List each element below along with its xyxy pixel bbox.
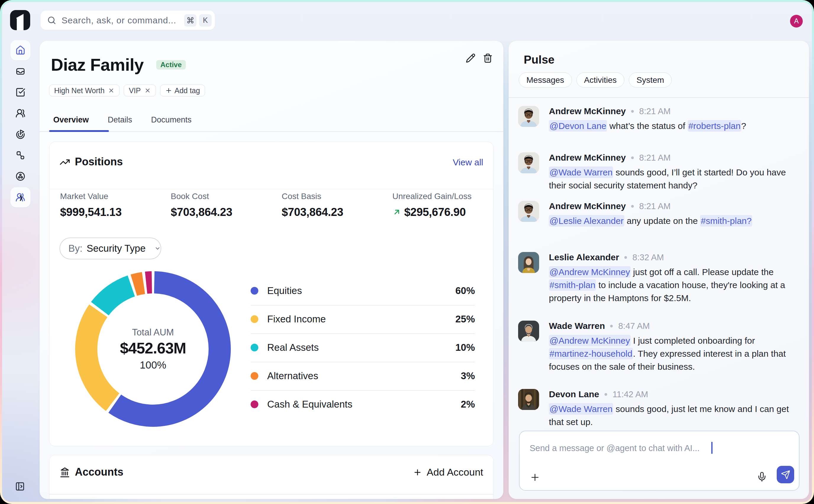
svg-text:100%: 100% xyxy=(140,359,166,371)
svg-text:Total AUM: Total AUM xyxy=(132,327,174,337)
svg-text:$452.63M: $452.63M xyxy=(120,340,186,357)
